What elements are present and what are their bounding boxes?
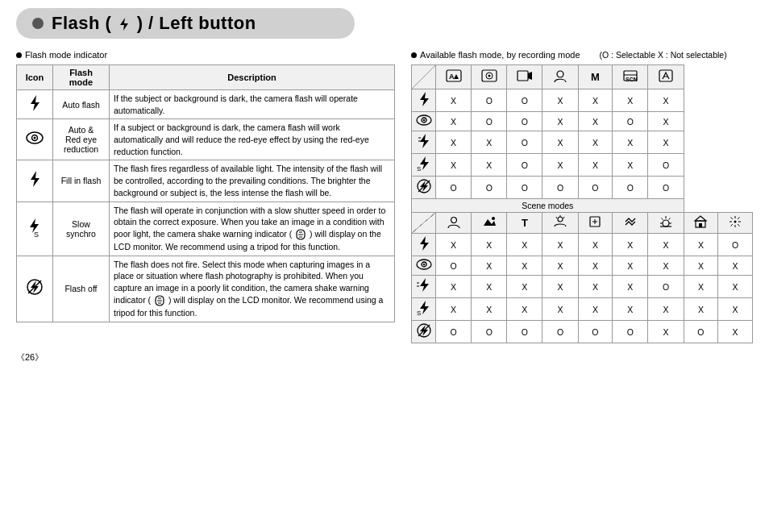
svg-marker-35 (420, 134, 429, 148)
cell: X (684, 234, 718, 256)
scene-col-9 (718, 213, 753, 234)
scene-row: O O O O O O X O X (412, 321, 753, 343)
bullet-dot-right (411, 52, 417, 58)
col-icon: Icon (17, 65, 53, 90)
cell: X (542, 154, 578, 177)
col-mode: Flash mode (53, 65, 110, 90)
cell: X (542, 276, 578, 298)
slow-sync-svg: S (26, 218, 44, 237)
cell: O (472, 321, 507, 343)
svg-marker-79 (420, 301, 429, 314)
shake-warning-icon (294, 228, 307, 241)
cell: X (718, 256, 753, 276)
svg-marker-0 (120, 18, 128, 31)
table-row: Auto flash If the subject or background … (17, 90, 395, 119)
svg-text:S: S (417, 310, 421, 316)
table-row: S X X O X X X O (412, 154, 753, 177)
scene-row-icon-redeye (412, 256, 436, 276)
svg-point-22 (488, 75, 490, 77)
desc-fill: The flash fires regardless of available … (110, 160, 395, 202)
page-number: 《26》 (16, 351, 753, 364)
cell: O (436, 177, 472, 199)
cell: O (507, 154, 542, 177)
svg-line-42 (418, 181, 430, 192)
scene-portrait-icon (447, 214, 461, 229)
cell: X (613, 298, 648, 321)
cell: X (684, 298, 718, 321)
flash-icon-off (17, 256, 53, 322)
mode-col-4 (542, 65, 578, 89)
s-slow-sync: S (416, 300, 432, 316)
svg-text:SCN: SCN (626, 77, 638, 82)
cell: X (436, 89, 472, 112)
cell: X (718, 298, 753, 321)
svg-line-69 (738, 224, 739, 226)
cell: X (578, 234, 613, 256)
scene-row-icon-off (412, 321, 436, 343)
redeye-row-icon (416, 114, 432, 127)
cell: O (542, 177, 578, 199)
svg-marker-72 (420, 236, 429, 251)
fill-flash-row-icon (418, 133, 430, 149)
scene-macro-icon (588, 214, 602, 229)
scene-col-8 (684, 213, 718, 234)
header-bullet (32, 18, 44, 29)
cell: X (542, 89, 578, 112)
cell: X (542, 234, 578, 256)
cell: X (472, 298, 507, 321)
scene-modes-row: Scene modes (412, 199, 753, 213)
desc-slow: The flash will operate in conjunction wi… (110, 202, 395, 256)
cell: X (648, 256, 684, 276)
s-redeye (416, 258, 432, 271)
face-detect-icon (552, 68, 568, 84)
scene-col-5 (578, 213, 613, 234)
page-title: Flash ( ) / Left button (52, 13, 256, 34)
cell: X (648, 234, 684, 256)
cell: O (578, 321, 613, 343)
manual-icon: SCN (622, 68, 638, 84)
cell: X (542, 298, 578, 321)
page-header: Flash ( ) / Left button (16, 8, 355, 39)
s-flash-off (416, 322, 432, 339)
cell: X (613, 154, 648, 177)
right-section-label: Available flash mode, by recording mode … (411, 50, 753, 60)
cell: X (648, 89, 684, 112)
svg-point-4 (34, 137, 36, 139)
row-icon-auto (412, 89, 436, 112)
cell: X (507, 234, 542, 256)
scene-col-4 (542, 213, 578, 234)
cell: X (436, 234, 472, 256)
mode-col-1: A (436, 65, 472, 89)
cell: O (472, 177, 507, 199)
row-icon-off (412, 177, 436, 199)
scene-row: X X X X X X X X O (412, 234, 753, 256)
cell: X (507, 298, 542, 321)
svg-line-71 (731, 224, 733, 226)
scene-col-7 (648, 213, 684, 234)
svg-text:A: A (449, 73, 455, 81)
cell: X (613, 131, 648, 154)
cell: X (472, 276, 507, 298)
cell: X (578, 298, 613, 321)
col-desc: Description (110, 65, 395, 90)
svg-line-57 (661, 218, 663, 220)
cell: X (542, 112, 578, 131)
mode-redeye: Auto & Red eye reduction (53, 119, 110, 160)
bullet-dot (16, 52, 22, 58)
cell: X (578, 256, 613, 276)
svg-marker-38 (420, 156, 429, 170)
cell: X (507, 256, 542, 276)
svg-marker-44 (484, 219, 496, 226)
svg-marker-61 (695, 216, 706, 221)
row-icon-redeye (412, 112, 436, 131)
cell: X (436, 154, 472, 177)
cell: O (613, 321, 648, 343)
cell: O (436, 321, 472, 343)
svg-marker-76 (420, 278, 429, 292)
redeye-svg (26, 131, 44, 145)
svg-marker-1 (31, 95, 39, 111)
cell: X (648, 298, 684, 321)
mode-off: Flash off (53, 256, 110, 322)
table-row: Auto & Red eye reduction If a subject or… (17, 119, 395, 160)
cell: X (472, 154, 507, 177)
